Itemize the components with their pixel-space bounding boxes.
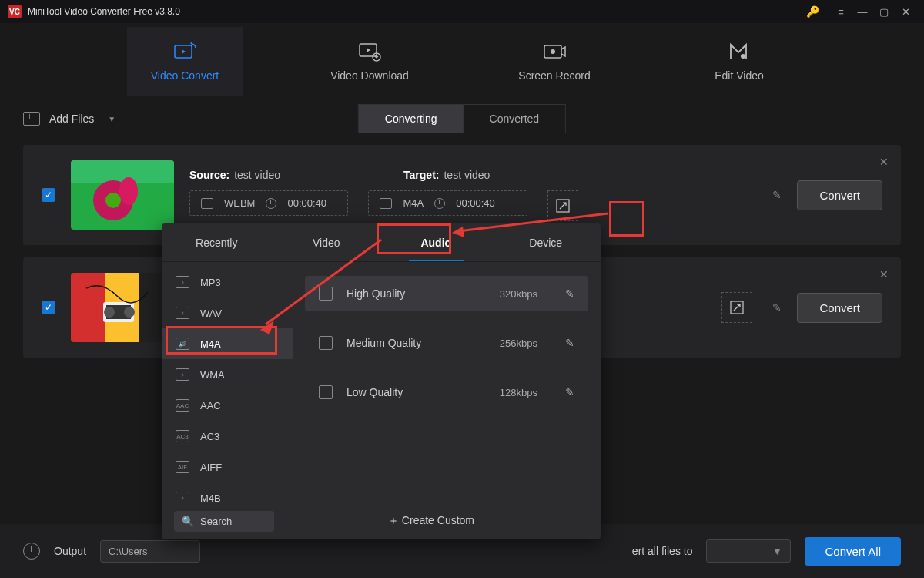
minimize-button[interactable]: — <box>852 6 873 18</box>
format-wav[interactable]: ♪WAV <box>162 297 293 328</box>
audio-format-icon: AIF <box>176 461 189 473</box>
format-icon <box>201 198 213 209</box>
audio-format-icon: ♪ <box>176 492 189 502</box>
audio-format-icon: ♪ <box>176 307 189 319</box>
format-aac[interactable]: AACAAC <box>162 390 293 421</box>
svg-rect-10 <box>71 160 174 183</box>
svg-point-13 <box>119 177 138 205</box>
toolbar: Add Files ▼ Converting Converted <box>0 100 924 137</box>
format-wma[interactable]: ♪WMA <box>162 359 293 390</box>
quality-list: High Quality 320kbps ✎ Medium Quality 25… <box>293 262 601 502</box>
create-custom-button[interactable]: ＋ Create Custom <box>274 514 588 528</box>
title-bar: VC MiniTool Video Converter Free v3.8.0 … <box>0 0 924 23</box>
edit-icon[interactable]: ✎ <box>772 301 782 314</box>
maximize-button[interactable]: ▢ <box>873 6 895 18</box>
svg-marker-2 <box>190 42 192 45</box>
status-tabs: Converting Converted <box>358 104 566 133</box>
audio-format-icon: AC3 <box>176 430 189 442</box>
settings-expand-icon <box>730 301 744 314</box>
timer-icon[interactable] <box>23 543 40 560</box>
tab-converted[interactable]: Converted <box>464 105 566 133</box>
format-search-input[interactable]: 🔍 Search <box>174 511 274 532</box>
close-window-button[interactable]: ✕ <box>895 6 916 18</box>
source-format-pill: WEBM 00:00:40 <box>189 190 348 216</box>
video-thumbnail[interactable] <box>71 160 174 230</box>
audio-file-icon <box>319 287 333 301</box>
clock-icon <box>266 198 276 209</box>
quality-edit-icon[interactable]: ✎ <box>565 287 574 300</box>
key-icon[interactable]: 🔑 <box>806 5 819 18</box>
clock-icon <box>434 198 445 209</box>
output-label: Output <box>54 545 86 557</box>
target-format-select[interactable]: ▼ <box>706 539 791 563</box>
target-settings-button[interactable] <box>547 190 578 221</box>
svg-marker-1 <box>182 49 186 54</box>
row-close-button[interactable]: ✕ <box>879 156 889 168</box>
target-label: Target: <box>403 169 439 181</box>
format-chooser-popup: Recently Video Audio Device ♪MP3 ♪WAV 🔊M… <box>162 223 601 539</box>
format-aiff[interactable]: AIFAIFF <box>162 452 293 482</box>
svg-point-21 <box>124 307 135 318</box>
chevron-down-icon: ▼ <box>108 115 116 123</box>
format-m4b[interactable]: ♪M4B <box>162 482 293 502</box>
quality-edit-icon[interactable]: ✎ <box>565 386 574 398</box>
main-tabs: Video Convert Video Download Screen Reco… <box>0 23 924 100</box>
source-name: test video <box>234 169 280 181</box>
row-checkbox[interactable]: ✓ <box>42 188 55 202</box>
row-close-button[interactable]: ✕ <box>879 268 889 281</box>
quality-medium[interactable]: Medium Quality 256kbps ✎ <box>305 325 588 361</box>
format-m4a[interactable]: 🔊M4A <box>162 328 293 359</box>
add-files-button[interactable]: Add Files ▼ <box>23 112 116 126</box>
output-path-input[interactable]: C:\Users <box>100 540 200 563</box>
format-icon <box>380 198 392 209</box>
audio-format-icon: ♪ <box>176 276 189 288</box>
video-download-icon <box>358 42 381 62</box>
quality-high[interactable]: High Quality 320kbps ✎ <box>305 276 588 311</box>
popup-tab-video[interactable]: Video <box>272 223 382 261</box>
app-logo-icon: VC <box>8 5 22 18</box>
edit-icon[interactable]: ✎ <box>772 189 782 201</box>
tab-screen-record[interactable]: Screen Record <box>497 27 612 96</box>
audio-file-icon <box>319 385 333 399</box>
tab-video-convert[interactable]: Video Convert <box>127 27 243 96</box>
svg-marker-4 <box>367 48 370 52</box>
quality-low[interactable]: Low Quality 128kbps ✎ <box>305 375 588 410</box>
svg-point-7 <box>551 49 555 54</box>
tab-edit-video[interactable]: Edit Video <box>681 27 797 96</box>
all-files-label: ert all files to <box>632 545 693 557</box>
video-thumbnail[interactable] <box>71 273 174 342</box>
tab-video-download[interactable]: Video Download <box>312 27 427 96</box>
menu-icon[interactable]: ≡ <box>830 6 852 18</box>
target-format-pill: M4A 00:00:40 <box>368 190 527 216</box>
audio-format-icon: AAC <box>176 399 189 412</box>
tab-converting[interactable]: Converting <box>359 105 464 133</box>
folder-plus-icon <box>23 112 40 126</box>
svg-point-20 <box>104 307 115 318</box>
svg-point-8 <box>741 54 745 59</box>
app-title: MiniTool Video Converter Free v3.8.0 <box>28 6 180 17</box>
format-ac3[interactable]: AC3AC3 <box>162 421 293 452</box>
format-list[interactable]: ♪MP3 ♪WAV 🔊M4A ♪WMA AACAAC AC3AC3 AIFAIF… <box>162 262 293 502</box>
popup-tabs: Recently Video Audio Device <box>162 223 601 262</box>
edit-video-icon <box>728 42 751 62</box>
svg-point-12 <box>105 193 121 208</box>
row-checkbox[interactable]: ✓ <box>42 301 55 314</box>
popup-footer: 🔍 Search ＋ Create Custom <box>162 502 601 539</box>
popup-tab-device[interactable]: Device <box>491 223 601 261</box>
convert-button[interactable]: Convert <box>797 180 882 210</box>
target-settings-button[interactable] <box>721 292 752 323</box>
audio-format-icon: 🔊 <box>176 338 189 350</box>
convert-button[interactable]: Convert <box>797 293 882 323</box>
popup-tab-audio[interactable]: Audio <box>381 223 491 261</box>
source-label: Source: <box>189 169 229 181</box>
video-convert-icon <box>173 42 196 62</box>
target-name: test video <box>444 169 490 181</box>
audio-file-icon <box>319 336 333 350</box>
search-icon: 🔍 <box>182 516 194 527</box>
format-mp3[interactable]: ♪MP3 <box>162 267 293 297</box>
popup-tab-recently[interactable]: Recently <box>162 223 272 261</box>
convert-all-button[interactable]: Convert All <box>805 537 901 566</box>
svg-rect-15 <box>71 273 105 342</box>
quality-edit-icon[interactable]: ✎ <box>565 337 574 349</box>
screen-record-icon <box>543 42 566 62</box>
